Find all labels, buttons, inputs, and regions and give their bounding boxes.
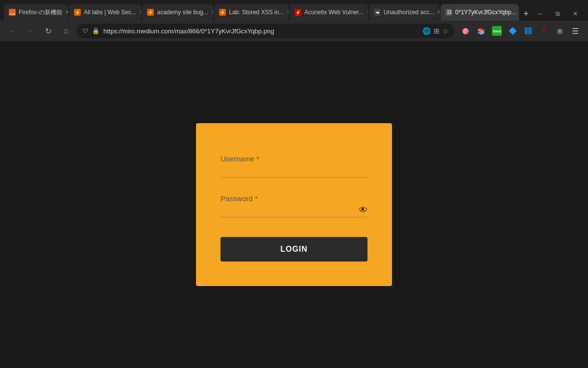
minimize-button[interactable]: ─ <box>533 7 547 21</box>
ext-locale-icon[interactable]: loca <box>490 24 504 38</box>
image-favicon: 🖼 <box>445 9 452 16</box>
username-input[interactable] <box>220 163 368 178</box>
password-wrapper: 👁 <box>220 203 368 217</box>
bookmark-icon[interactable]: ☆ <box>442 27 449 35</box>
address-bar-icons: 🌐 ⊞ ☆ <box>422 27 449 35</box>
tab-stored-xss-close[interactable]: ✕ <box>287 9 289 16</box>
password-input[interactable] <box>220 203 368 217</box>
tab-firefox-label: Firefox-の新機能 <box>19 8 62 17</box>
tab-unauthorized[interactable]: ●● Unauthorized acc... ✕ <box>369 4 440 21</box>
tab-stored-xss-label: Lab: Stored XSS in... <box>229 9 284 16</box>
browser-chrome: 🦊 Firefox-の新機能 ✕ ⚡ All labs | Web Sec...… <box>0 0 588 41</box>
forward-icon: → <box>26 26 34 35</box>
ext-red-icon[interactable]: T <box>537 24 551 38</box>
acunetix-favicon: ⚡ <box>294 9 301 16</box>
ext-grid2-icon[interactable]: ⊞ <box>553 24 566 38</box>
tab-firefox-close[interactable]: ✕ <box>65 9 68 16</box>
close-button[interactable]: ✕ <box>568 7 582 21</box>
tab-image-label: 0*1Y7yKvrJfGcxYqbp... <box>455 9 516 16</box>
tab-image[interactable]: 🖼 0*1Y7yKvrJfGcxYqbp... ✕ <box>441 4 519 21</box>
tab-firefox[interactable]: 🦊 Firefox-の新機能 ✕ <box>4 4 68 21</box>
tab-bar: 🦊 Firefox-の新機能 ✕ ⚡ All labs | Web Sec...… <box>0 0 588 21</box>
back-icon: ← <box>9 26 17 35</box>
login-button[interactable]: LOGIN <box>220 237 368 262</box>
username-group: Username * <box>220 153 368 178</box>
address-text: https://miro.medium.com/max/866/0*1Y7yKv… <box>103 27 418 35</box>
username-label: Username * <box>220 155 368 163</box>
tab-acunetix-close[interactable]: ✕ <box>367 9 368 16</box>
portswigger-favicon: ⚡ <box>74 9 81 16</box>
toggle-password-icon[interactable]: 👁 <box>359 205 368 215</box>
unauthorized-favicon: ●● <box>374 9 381 16</box>
tab-portswigger-label: All labs | Web Sec... <box>84 9 136 16</box>
nav-bar: ← → ↻ ⌂ 🛡 🔒 https://miro.medium.com/max/… <box>0 21 588 41</box>
page-content: Username * Password * 👁 LOGIN <box>0 41 588 368</box>
tab-acunetix[interactable]: ⚡ Acunetix Web Vulner... ✕ <box>290 4 368 21</box>
stored-xss-favicon: ⚡ <box>219 9 226 16</box>
password-label: Password * <box>220 194 368 203</box>
tab-acunetix-label: Acunetix Web Vulner... <box>304 9 364 16</box>
refresh-icon: ↻ <box>45 26 51 36</box>
login-card: Username * Password * 👁 LOGIN <box>196 123 392 286</box>
shield-icon: 🛡 <box>82 27 88 34</box>
refresh-button[interactable]: ↻ <box>41 24 55 38</box>
address-bar[interactable]: 🛡 🔒 https://miro.medium.com/max/866/0*1Y… <box>76 24 455 38</box>
tab-stored-xss[interactable]: ⚡ Lab: Stored XSS in... ✕ <box>214 4 289 21</box>
menu-button[interactable]: ☰ <box>568 24 582 38</box>
home-button[interactable]: ⌂ <box>59 24 73 38</box>
tab-academy-bug-label: academy site bug... <box>157 9 208 16</box>
new-tab-button[interactable]: + <box>520 7 532 21</box>
grid-icon[interactable]: ⊞ <box>434 27 440 35</box>
password-group: Password * 👁 <box>220 192 368 217</box>
tab-portswigger[interactable]: ⚡ All labs | Web Sec... ✕ <box>69 4 141 21</box>
firefox-favicon: 🦊 <box>9 9 16 16</box>
tab-unauthorized-close[interactable]: ✕ <box>437 9 440 16</box>
ext-ms-icon[interactable]: 🔷 <box>506 24 519 38</box>
maximize-button[interactable]: ⧉ <box>551 7 564 21</box>
toolbar-right: 🎯 📚 loca 🔷 🅱 T ⊞ ☰ <box>459 24 582 38</box>
tab-academy-bug[interactable]: ⚡ academy site bug... ✕ <box>142 4 213 21</box>
back-button[interactable]: ← <box>6 24 20 38</box>
library-icon[interactable]: 📚 <box>474 24 488 38</box>
academy-bug-favicon: ⚡ <box>147 9 154 16</box>
pocket-icon[interactable]: 🎯 <box>459 24 472 38</box>
tab-academy-bug-close[interactable]: ✕ <box>211 9 214 16</box>
lock-icon: 🔒 <box>92 27 99 34</box>
forward-button[interactable]: → <box>24 24 37 38</box>
ext-bing-icon[interactable]: 🅱 <box>521 24 535 38</box>
tab-portswigger-close[interactable]: ✕ <box>139 9 141 16</box>
home-icon: ⌂ <box>63 26 68 35</box>
tab-unauthorized-label: Unauthorized acc... <box>384 9 434 16</box>
translate-icon[interactable]: 🌐 <box>422 27 431 35</box>
